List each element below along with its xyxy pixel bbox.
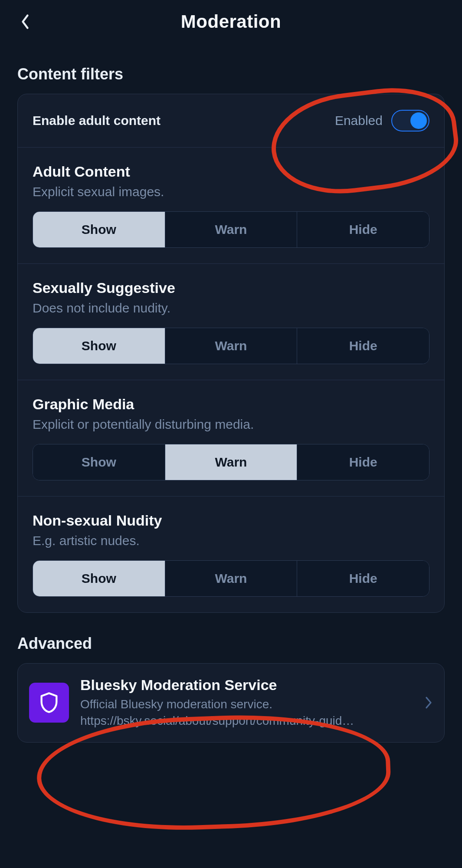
- filter-description: E.g. artistic nudes.: [33, 533, 429, 548]
- enable-adult-content-status: Enabled: [335, 113, 383, 128]
- enable-adult-content-row: Enable adult content Enabled: [18, 94, 444, 148]
- filter-option-warn[interactable]: Warn: [165, 561, 298, 596]
- shield-icon: [29, 683, 69, 723]
- chevron-left-icon: [20, 14, 30, 30]
- chevron-right-icon: [424, 695, 433, 710]
- filter-option-warn[interactable]: Warn: [165, 328, 298, 364]
- content-filters-panel: Enable adult content Enabled Adult Conte…: [17, 94, 445, 613]
- filter-segmented-control: ShowWarnHide: [33, 560, 429, 597]
- filter-row: Sexually SuggestiveDoes not include nudi…: [18, 264, 444, 380]
- advanced-panel: Bluesky Moderation Service Official Blue…: [17, 663, 445, 743]
- back-button[interactable]: [16, 13, 34, 30]
- section-label-advanced: Advanced: [0, 613, 462, 663]
- filter-option-show[interactable]: Show: [33, 212, 165, 247]
- filter-description: Explicit or potentially disturbing media…: [33, 417, 429, 432]
- filter-description: Does not include nudity.: [33, 301, 429, 316]
- filter-row: Graphic MediaExplicit or potentially dis…: [18, 380, 444, 496]
- filter-title: Non-sexual Nudity: [33, 512, 429, 529]
- filter-option-hide[interactable]: Hide: [297, 328, 429, 364]
- enable-adult-content-toggle[interactable]: [391, 110, 429, 132]
- section-label-content-filters: Content filters: [0, 43, 462, 94]
- filter-title: Graphic Media: [33, 396, 429, 413]
- filter-option-show[interactable]: Show: [33, 328, 165, 364]
- moderation-service-row[interactable]: Bluesky Moderation Service Official Blue…: [18, 664, 444, 742]
- filter-option-show[interactable]: Show: [33, 561, 165, 596]
- filter-option-hide[interactable]: Hide: [297, 561, 429, 596]
- service-description: Official Bluesky moderation service. htt…: [80, 696, 413, 729]
- filter-option-show[interactable]: Show: [33, 444, 165, 480]
- filter-option-warn[interactable]: Warn: [165, 212, 298, 247]
- filter-segmented-control: ShowWarnHide: [33, 211, 429, 248]
- toggle-knob: [410, 112, 427, 129]
- filter-option-warn[interactable]: Warn: [165, 444, 298, 480]
- enable-adult-content-label: Enable adult content: [33, 113, 161, 128]
- filter-segmented-control: ShowWarnHide: [33, 328, 429, 364]
- filter-row: Non-sexual NudityE.g. artistic nudes.Sho…: [18, 496, 444, 612]
- filter-title: Adult Content: [33, 163, 429, 180]
- filter-segmented-control: ShowWarnHide: [33, 444, 429, 480]
- filter-title: Sexually Suggestive: [33, 279, 429, 296]
- service-title: Bluesky Moderation Service: [80, 677, 413, 694]
- page-title: Moderation: [181, 11, 281, 32]
- filter-row: Adult ContentExplicit sexual images.Show…: [18, 148, 444, 264]
- filter-description: Explicit sexual images.: [33, 184, 429, 199]
- filter-option-hide[interactable]: Hide: [297, 444, 429, 480]
- filter-option-hide[interactable]: Hide: [297, 212, 429, 247]
